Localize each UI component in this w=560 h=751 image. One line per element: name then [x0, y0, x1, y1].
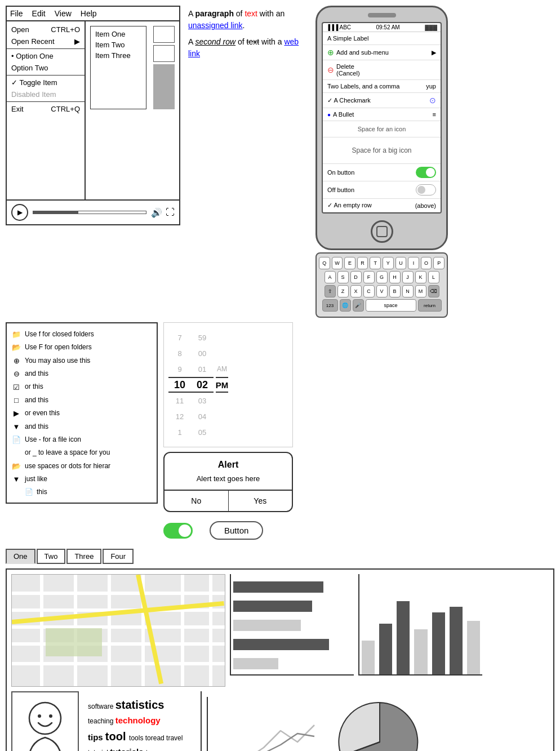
key-p[interactable]: P: [433, 257, 445, 269]
phone-item-delete[interactable]: ⊖ Delete(Cancel): [323, 60, 441, 80]
submenu-item-2[interactable]: Item Two: [93, 39, 144, 50]
icon-list-item-9: 📄 Use - for a file icon: [11, 433, 152, 446]
key-globe[interactable]: 🌐: [340, 299, 351, 312]
big-toggle-on[interactable]: [163, 523, 193, 539]
ampm-col: AM PM: [214, 330, 230, 440]
menu-toggle[interactable]: ✓ Toggle Item: [7, 77, 85, 88]
hbar-row-3: [233, 620, 352, 631]
vbar-7: [467, 621, 480, 674]
hbar-4: [233, 639, 329, 650]
key-m[interactable]: M: [415, 285, 426, 297]
key-z[interactable]: Z: [337, 285, 349, 297]
menu-option-one[interactable]: • Option One: [7, 50, 85, 62]
key-b[interactable]: B: [389, 285, 401, 297]
closed-folder-icon: 📁: [11, 328, 21, 341]
ampm-empty-3: [221, 393, 223, 408]
tab-three[interactable]: Three: [66, 549, 101, 564]
menu-exit[interactable]: ExitCTRL+Q: [7, 103, 85, 115]
play-button[interactable]: ▶: [11, 204, 28, 221]
ampm-pm[interactable]: PM: [216, 377, 229, 393]
key-q[interactable]: Q: [319, 257, 330, 269]
phone-item-add[interactable]: ⊕ Add and sub-menu ▶: [323, 45, 441, 60]
key-v[interactable]: V: [376, 285, 388, 297]
volume-icon[interactable]: 🔊: [151, 207, 162, 218]
hour-12: 12: [176, 408, 184, 424]
key-c[interactable]: C: [363, 285, 375, 297]
vbar-1: [362, 641, 375, 674]
key-d[interactable]: D: [350, 271, 362, 283]
menu-open[interactable]: OpenCTRL+O: [7, 24, 85, 35]
key-n[interactable]: N: [402, 285, 414, 297]
min-02[interactable]: 02: [191, 377, 214, 393]
tab-four[interactable]: Four: [103, 549, 134, 564]
phone-home-button[interactable]: [371, 220, 393, 243]
menu-edit[interactable]: Edit: [32, 9, 46, 18]
key-g[interactable]: G: [376, 271, 388, 283]
toggle-off[interactable]: [416, 184, 436, 195]
key-i[interactable]: I: [408, 257, 419, 269]
phone-item-checkmark[interactable]: ✓ A Checkmark ⊙: [323, 93, 441, 108]
key-mic[interactable]: 🎤: [353, 299, 364, 312]
paragraph-1: A paragraph of text with an unassigned l…: [188, 8, 308, 32]
key-space[interactable]: space: [366, 299, 416, 312]
key-e[interactable]: E: [344, 257, 355, 269]
key-s[interactable]: S: [337, 271, 349, 283]
menu-view[interactable]: View: [55, 9, 72, 18]
plain-button[interactable]: Button: [210, 521, 263, 540]
input-field-2[interactable]: [153, 45, 175, 62]
key-h[interactable]: H: [389, 271, 401, 283]
icon-list-item-6: □ and this: [11, 394, 152, 407]
input-field-1[interactable]: [153, 26, 175, 43]
key-l[interactable]: L: [428, 271, 439, 283]
menu-help[interactable]: Help: [81, 9, 97, 18]
key-t[interactable]: T: [370, 257, 381, 269]
open-folder-icon: 📂: [11, 341, 21, 354]
road-v-3: [108, 575, 111, 686]
alert-yes-button[interactable]: Yes: [229, 491, 292, 511]
toggle-on[interactable]: [416, 167, 436, 178]
hierarchy-icon: 📂: [11, 460, 21, 473]
icon-text-6: and this: [25, 394, 48, 407]
key-123[interactable]: 123: [322, 299, 338, 312]
key-k[interactable]: K: [415, 271, 426, 283]
key-backspace[interactable]: ⌫: [428, 285, 439, 297]
progress-bar[interactable]: [33, 211, 146, 214]
key-r[interactable]: R: [357, 257, 368, 269]
hour-10[interactable]: 10: [168, 377, 191, 393]
text-panel: A paragraph of text with an unassigned l…: [186, 6, 310, 66]
unassigned-link[interactable]: unassigned link: [188, 21, 243, 30]
wc-software: software: [88, 703, 115, 710]
menu-option-two[interactable]: Option Two: [7, 62, 85, 74]
key-f[interactable]: F: [363, 271, 375, 283]
alert-no-button[interactable]: No: [165, 491, 229, 511]
min-00: 00: [198, 345, 206, 361]
phone-item-bullet[interactable]: ● A Bullet ≡: [323, 108, 441, 121]
key-y[interactable]: Y: [383, 257, 394, 269]
vbar-6: [450, 607, 463, 674]
image-placeholder: [153, 64, 175, 109]
submenu-item-1[interactable]: Item One: [93, 29, 144, 39]
menu-file[interactable]: File: [10, 9, 23, 18]
ampm-am[interactable]: AM: [217, 361, 227, 377]
tab-two[interactable]: Two: [37, 549, 66, 564]
fullscreen-icon[interactable]: ⛶: [166, 207, 175, 218]
time-label: 09:52 AM: [376, 24, 399, 30]
phone-item-simple-label: A Simple Label: [323, 32, 441, 45]
middle-center: 7 8 9 10 11 12 1 59 00 01 02 03 04: [163, 322, 293, 544]
map-widget[interactable]: [11, 574, 225, 687]
key-shift[interactable]: ⇧: [325, 285, 336, 297]
wc-teaching: teaching: [88, 717, 115, 725]
key-a[interactable]: A: [325, 271, 336, 283]
tab-one[interactable]: One: [6, 549, 35, 564]
key-w[interactable]: W: [332, 257, 343, 269]
key-o[interactable]: O: [421, 257, 432, 269]
top-row: File Edit View Help OpenCTRL+O Open Rece…: [6, 6, 554, 318]
key-u[interactable]: U: [395, 257, 407, 269]
menu-open-recent[interactable]: Open Recent▶: [7, 35, 85, 47]
key-j[interactable]: J: [402, 271, 414, 283]
key-return[interactable]: return: [418, 299, 442, 312]
icon-list-item-7: ▶ or even this: [11, 407, 152, 420]
road-h-1: [12, 592, 225, 595]
key-x[interactable]: X: [350, 285, 362, 297]
submenu-item-3[interactable]: Item Three: [93, 50, 144, 61]
